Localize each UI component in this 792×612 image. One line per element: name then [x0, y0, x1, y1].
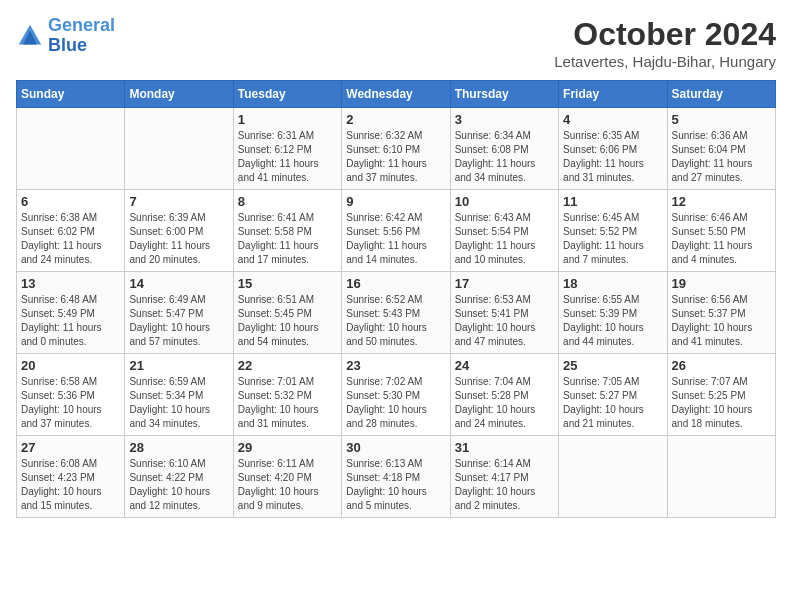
- calendar-cell: 13Sunrise: 6:48 AM Sunset: 5:49 PM Dayli…: [17, 272, 125, 354]
- day-number: 24: [455, 358, 554, 373]
- day-number: 22: [238, 358, 337, 373]
- calendar-cell: 4Sunrise: 6:35 AM Sunset: 6:06 PM Daylig…: [559, 108, 667, 190]
- calendar-cell: 2Sunrise: 6:32 AM Sunset: 6:10 PM Daylig…: [342, 108, 450, 190]
- day-number: 18: [563, 276, 662, 291]
- day-number: 8: [238, 194, 337, 209]
- calendar-cell: 5Sunrise: 6:36 AM Sunset: 6:04 PM Daylig…: [667, 108, 775, 190]
- calendar-cell: 26Sunrise: 7:07 AM Sunset: 5:25 PM Dayli…: [667, 354, 775, 436]
- day-info: Sunrise: 7:02 AM Sunset: 5:30 PM Dayligh…: [346, 375, 445, 431]
- day-info: Sunrise: 6:56 AM Sunset: 5:37 PM Dayligh…: [672, 293, 771, 349]
- calendar-cell: 27Sunrise: 6:08 AM Sunset: 4:23 PM Dayli…: [17, 436, 125, 518]
- day-number: 27: [21, 440, 120, 455]
- calendar-cell: [667, 436, 775, 518]
- page-header: General Blue October 2024 Letavertes, Ha…: [16, 16, 776, 70]
- calendar-cell: 7Sunrise: 6:39 AM Sunset: 6:00 PM Daylig…: [125, 190, 233, 272]
- calendar-cell: 8Sunrise: 6:41 AM Sunset: 5:58 PM Daylig…: [233, 190, 341, 272]
- day-number: 6: [21, 194, 120, 209]
- calendar-cell: 11Sunrise: 6:45 AM Sunset: 5:52 PM Dayli…: [559, 190, 667, 272]
- title-block: October 2024 Letavertes, Hajdu-Bihar, Hu…: [554, 16, 776, 70]
- logo-icon: [16, 22, 44, 50]
- day-number: 11: [563, 194, 662, 209]
- calendar-cell: 20Sunrise: 6:58 AM Sunset: 5:36 PM Dayli…: [17, 354, 125, 436]
- calendar-cell: [559, 436, 667, 518]
- calendar-cell: 23Sunrise: 7:02 AM Sunset: 5:30 PM Dayli…: [342, 354, 450, 436]
- day-info: Sunrise: 6:08 AM Sunset: 4:23 PM Dayligh…: [21, 457, 120, 513]
- calendar-cell: 17Sunrise: 6:53 AM Sunset: 5:41 PM Dayli…: [450, 272, 558, 354]
- day-info: Sunrise: 6:14 AM Sunset: 4:17 PM Dayligh…: [455, 457, 554, 513]
- day-number: 5: [672, 112, 771, 127]
- calendar-header: Sunday Monday Tuesday Wednesday Thursday…: [17, 81, 776, 108]
- calendar-cell: 30Sunrise: 6:13 AM Sunset: 4:18 PM Dayli…: [342, 436, 450, 518]
- day-info: Sunrise: 6:35 AM Sunset: 6:06 PM Dayligh…: [563, 129, 662, 185]
- day-info: Sunrise: 6:52 AM Sunset: 5:43 PM Dayligh…: [346, 293, 445, 349]
- day-number: 25: [563, 358, 662, 373]
- day-info: Sunrise: 6:58 AM Sunset: 5:36 PM Dayligh…: [21, 375, 120, 431]
- day-number: 31: [455, 440, 554, 455]
- header-row: Sunday Monday Tuesday Wednesday Thursday…: [17, 81, 776, 108]
- day-info: Sunrise: 7:04 AM Sunset: 5:28 PM Dayligh…: [455, 375, 554, 431]
- day-info: Sunrise: 6:55 AM Sunset: 5:39 PM Dayligh…: [563, 293, 662, 349]
- day-info: Sunrise: 6:31 AM Sunset: 6:12 PM Dayligh…: [238, 129, 337, 185]
- day-info: Sunrise: 6:59 AM Sunset: 5:34 PM Dayligh…: [129, 375, 228, 431]
- day-info: Sunrise: 6:10 AM Sunset: 4:22 PM Dayligh…: [129, 457, 228, 513]
- col-monday: Monday: [125, 81, 233, 108]
- day-number: 21: [129, 358, 228, 373]
- day-number: 28: [129, 440, 228, 455]
- day-info: Sunrise: 6:41 AM Sunset: 5:58 PM Dayligh…: [238, 211, 337, 267]
- calendar-cell: 31Sunrise: 6:14 AM Sunset: 4:17 PM Dayli…: [450, 436, 558, 518]
- day-number: 14: [129, 276, 228, 291]
- day-number: 19: [672, 276, 771, 291]
- day-number: 13: [21, 276, 120, 291]
- calendar-cell: 6Sunrise: 6:38 AM Sunset: 6:02 PM Daylig…: [17, 190, 125, 272]
- calendar-cell: [125, 108, 233, 190]
- day-info: Sunrise: 6:43 AM Sunset: 5:54 PM Dayligh…: [455, 211, 554, 267]
- col-saturday: Saturday: [667, 81, 775, 108]
- calendar-cell: 1Sunrise: 6:31 AM Sunset: 6:12 PM Daylig…: [233, 108, 341, 190]
- day-number: 26: [672, 358, 771, 373]
- col-tuesday: Tuesday: [233, 81, 341, 108]
- day-info: Sunrise: 6:38 AM Sunset: 6:02 PM Dayligh…: [21, 211, 120, 267]
- col-sunday: Sunday: [17, 81, 125, 108]
- logo-text: General Blue: [48, 16, 115, 56]
- day-info: Sunrise: 6:49 AM Sunset: 5:47 PM Dayligh…: [129, 293, 228, 349]
- calendar-cell: 10Sunrise: 6:43 AM Sunset: 5:54 PM Dayli…: [450, 190, 558, 272]
- day-number: 2: [346, 112, 445, 127]
- calendar-week-2: 6Sunrise: 6:38 AM Sunset: 6:02 PM Daylig…: [17, 190, 776, 272]
- day-number: 17: [455, 276, 554, 291]
- day-number: 30: [346, 440, 445, 455]
- day-number: 4: [563, 112, 662, 127]
- logo: General Blue: [16, 16, 115, 56]
- day-info: Sunrise: 6:48 AM Sunset: 5:49 PM Dayligh…: [21, 293, 120, 349]
- day-info: Sunrise: 6:34 AM Sunset: 6:08 PM Dayligh…: [455, 129, 554, 185]
- month-title: October 2024: [554, 16, 776, 53]
- calendar-week-4: 20Sunrise: 6:58 AM Sunset: 5:36 PM Dayli…: [17, 354, 776, 436]
- col-wednesday: Wednesday: [342, 81, 450, 108]
- day-number: 23: [346, 358, 445, 373]
- day-number: 12: [672, 194, 771, 209]
- col-thursday: Thursday: [450, 81, 558, 108]
- day-number: 1: [238, 112, 337, 127]
- calendar-body: 1Sunrise: 6:31 AM Sunset: 6:12 PM Daylig…: [17, 108, 776, 518]
- calendar-cell: 24Sunrise: 7:04 AM Sunset: 5:28 PM Dayli…: [450, 354, 558, 436]
- day-info: Sunrise: 6:11 AM Sunset: 4:20 PM Dayligh…: [238, 457, 337, 513]
- calendar-cell: 9Sunrise: 6:42 AM Sunset: 5:56 PM Daylig…: [342, 190, 450, 272]
- calendar-cell: 18Sunrise: 6:55 AM Sunset: 5:39 PM Dayli…: [559, 272, 667, 354]
- calendar-cell: 3Sunrise: 6:34 AM Sunset: 6:08 PM Daylig…: [450, 108, 558, 190]
- day-number: 3: [455, 112, 554, 127]
- calendar-week-5: 27Sunrise: 6:08 AM Sunset: 4:23 PM Dayli…: [17, 436, 776, 518]
- day-info: Sunrise: 7:05 AM Sunset: 5:27 PM Dayligh…: [563, 375, 662, 431]
- day-info: Sunrise: 7:07 AM Sunset: 5:25 PM Dayligh…: [672, 375, 771, 431]
- day-info: Sunrise: 6:32 AM Sunset: 6:10 PM Dayligh…: [346, 129, 445, 185]
- day-number: 20: [21, 358, 120, 373]
- calendar-cell: 29Sunrise: 6:11 AM Sunset: 4:20 PM Dayli…: [233, 436, 341, 518]
- day-info: Sunrise: 6:39 AM Sunset: 6:00 PM Dayligh…: [129, 211, 228, 267]
- calendar-cell: [17, 108, 125, 190]
- calendar-week-3: 13Sunrise: 6:48 AM Sunset: 5:49 PM Dayli…: [17, 272, 776, 354]
- day-info: Sunrise: 6:45 AM Sunset: 5:52 PM Dayligh…: [563, 211, 662, 267]
- calendar-cell: 12Sunrise: 6:46 AM Sunset: 5:50 PM Dayli…: [667, 190, 775, 272]
- calendar-table: Sunday Monday Tuesday Wednesday Thursday…: [16, 80, 776, 518]
- day-info: Sunrise: 6:13 AM Sunset: 4:18 PM Dayligh…: [346, 457, 445, 513]
- calendar-cell: 25Sunrise: 7:05 AM Sunset: 5:27 PM Dayli…: [559, 354, 667, 436]
- day-info: Sunrise: 6:51 AM Sunset: 5:45 PM Dayligh…: [238, 293, 337, 349]
- day-info: Sunrise: 6:53 AM Sunset: 5:41 PM Dayligh…: [455, 293, 554, 349]
